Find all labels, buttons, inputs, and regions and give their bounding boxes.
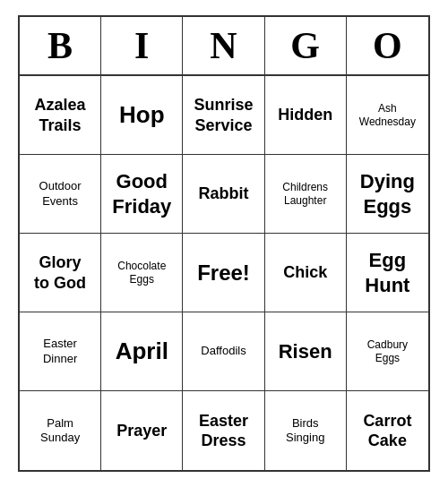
cell-text: Hop: [119, 100, 165, 130]
bingo-cell: Glory to God: [20, 234, 101, 312]
bingo-cell: Azalea Trails: [20, 76, 101, 155]
cell-text: April: [116, 337, 168, 366]
header-letter: G: [265, 17, 347, 74]
bingo-cell: Easter Dinner: [20, 312, 101, 391]
cell-text: Good Friday: [112, 169, 171, 218]
cell-text: Dying Eggs: [360, 169, 415, 218]
bingo-card: BINGO Azalea TrailsHopSunrise ServiceHid…: [18, 15, 430, 472]
bingo-cell: Ash Wednesday: [347, 76, 428, 155]
bingo-cell: Good Friday: [101, 155, 183, 234]
cell-text: Cadbury Eggs: [367, 338, 408, 365]
bingo-cell: Risen: [265, 312, 347, 391]
bingo-cell: Outdoor Events: [20, 155, 101, 234]
cell-text: Birds Singing: [286, 416, 324, 446]
cell-text: Egg Hunt: [365, 248, 409, 297]
bingo-cell: Easter Dress: [183, 391, 264, 470]
bingo-cell: Carrot Cake: [347, 391, 428, 470]
cell-text: Rabbit: [198, 184, 248, 204]
cell-text: Azalea Trails: [35, 95, 86, 135]
bingo-cell: Egg Hunt: [347, 234, 428, 312]
bingo-cell: Sunrise Service: [183, 76, 264, 155]
bingo-cell: Hop: [101, 76, 183, 155]
cell-text: Palm Sunday: [40, 416, 80, 446]
cell-text: Childrens Laughter: [282, 181, 328, 208]
cell-text: Chocolate Eggs: [117, 260, 166, 286]
cell-text: Glory to God: [34, 252, 86, 293]
bingo-grid: Azalea TrailsHopSunrise ServiceHiddenAsh…: [20, 76, 428, 470]
cell-text: Outdoor Events: [39, 179, 82, 209]
bingo-header: BINGO: [20, 17, 428, 76]
cell-text: Hidden: [278, 105, 332, 125]
header-letter: N: [183, 17, 264, 74]
header-letter: I: [101, 17, 183, 74]
bingo-cell: Birds Singing: [265, 391, 347, 470]
cell-text: Daffodils: [201, 344, 246, 358]
bingo-cell: Prayer: [101, 391, 183, 470]
bingo-cell: Free!: [183, 234, 264, 312]
header-letter: O: [347, 17, 428, 74]
cell-text: Easter Dinner: [43, 337, 77, 366]
cell-text: Ash Wednesday: [359, 102, 416, 129]
bingo-cell: Rabbit: [183, 155, 264, 234]
cell-text: Risen: [279, 339, 332, 364]
cell-text: Prayer: [116, 421, 167, 441]
bingo-cell: Childrens Laughter: [265, 155, 347, 234]
bingo-cell: April: [101, 312, 183, 391]
bingo-cell: Daffodils: [183, 312, 264, 391]
cell-text: Chick: [283, 262, 327, 283]
header-letter: B: [20, 17, 101, 74]
bingo-cell: Chick: [265, 234, 347, 312]
cell-text: Carrot Cake: [363, 411, 411, 451]
cell-text: Easter Dress: [199, 411, 248, 451]
cell-text: Sunrise Service: [194, 95, 253, 135]
bingo-cell: Dying Eggs: [347, 155, 428, 234]
bingo-cell: Palm Sunday: [20, 391, 101, 470]
bingo-cell: Hidden: [265, 76, 347, 155]
bingo-cell: Cadbury Eggs: [347, 312, 428, 391]
cell-text: Free!: [197, 260, 250, 286]
bingo-cell: Chocolate Eggs: [101, 234, 183, 312]
